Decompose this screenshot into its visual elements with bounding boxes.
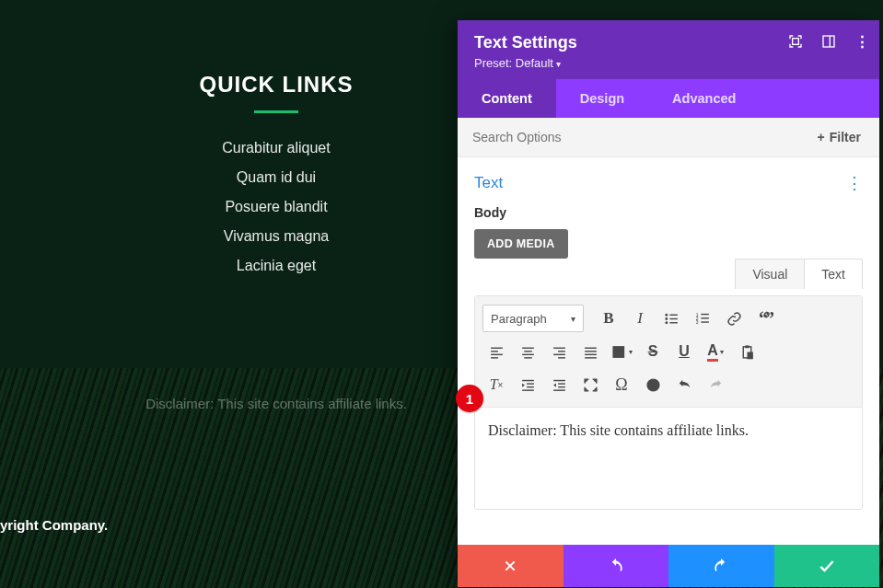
editor-mode-tabs: Visual Text bbox=[474, 259, 863, 289]
svg-point-48 bbox=[650, 383, 651, 384]
kebab-menu-icon[interactable]: ⋮ bbox=[854, 33, 870, 50]
indent-icon[interactable] bbox=[545, 371, 573, 398]
chevron-down-icon: ▾ bbox=[556, 59, 561, 69]
svg-point-7 bbox=[665, 321, 668, 324]
settings-panel: Text Settings Preset: Default▾ ⋮ Content… bbox=[458, 20, 879, 587]
bold-icon[interactable]: B bbox=[595, 305, 622, 332]
svg-rect-29 bbox=[585, 353, 597, 354]
svg-rect-1 bbox=[823, 36, 834, 47]
clear-formatting-icon[interactable]: T× bbox=[482, 371, 510, 398]
panel-header: Text Settings Preset: Default▾ ⋮ bbox=[458, 20, 879, 79]
body-label: Body bbox=[474, 205, 863, 220]
strikethrough-icon[interactable]: S bbox=[639, 338, 667, 365]
align-justify-icon[interactable] bbox=[576, 338, 604, 365]
svg-point-47 bbox=[647, 379, 659, 391]
heading-underline bbox=[254, 110, 298, 113]
editor-content[interactable]: Disclaimer: This site contains affiliate… bbox=[475, 408, 862, 509]
align-right-icon[interactable] bbox=[545, 338, 573, 365]
callout-badge-1: 1 bbox=[456, 385, 483, 412]
svg-text:3: 3 bbox=[695, 320, 698, 325]
svg-rect-8 bbox=[669, 322, 678, 323]
svg-rect-10 bbox=[701, 313, 709, 314]
underline-icon[interactable]: U bbox=[670, 338, 698, 365]
svg-rect-0 bbox=[793, 39, 799, 45]
svg-rect-24 bbox=[558, 351, 565, 352]
svg-rect-38 bbox=[527, 383, 534, 384]
svg-rect-14 bbox=[701, 321, 709, 322]
format-select[interactable]: Paragraph ▾ bbox=[482, 305, 584, 332]
svg-rect-12 bbox=[701, 317, 709, 318]
svg-point-49 bbox=[654, 383, 655, 384]
redo-icon[interactable] bbox=[702, 371, 729, 398]
text-color-icon[interactable]: A▾ bbox=[702, 338, 729, 365]
add-media-button[interactable]: ADD MEDIA bbox=[474, 229, 568, 259]
bullet-list-icon[interactable] bbox=[657, 305, 685, 332]
link-icon[interactable] bbox=[720, 305, 748, 332]
svg-marker-41 bbox=[522, 383, 525, 386]
panel-body: Text ⋮ Body ADD MEDIA Visual Text Paragr… bbox=[458, 157, 879, 545]
svg-rect-37 bbox=[522, 379, 534, 380]
svg-rect-43 bbox=[558, 383, 565, 384]
svg-rect-28 bbox=[585, 351, 597, 352]
svg-rect-42 bbox=[553, 379, 565, 380]
panel-tabs: Content Design Advanced bbox=[458, 79, 879, 118]
svg-point-5 bbox=[665, 317, 668, 320]
svg-rect-26 bbox=[558, 357, 565, 358]
svg-rect-21 bbox=[522, 353, 534, 354]
panel-header-actions: ⋮ bbox=[787, 33, 870, 50]
discard-button[interactable] bbox=[458, 545, 563, 587]
svg-marker-46 bbox=[553, 383, 556, 386]
preset-dropdown[interactable]: Preset: Default▾ bbox=[474, 56, 863, 70]
svg-rect-40 bbox=[522, 389, 534, 390]
panel-action-bar bbox=[458, 545, 879, 587]
filter-button[interactable]: + Filter bbox=[810, 124, 868, 150]
outdent-icon[interactable] bbox=[514, 371, 541, 398]
svg-rect-6 bbox=[669, 317, 678, 318]
paste-icon[interactable] bbox=[733, 338, 761, 365]
tab-advanced[interactable]: Advanced bbox=[648, 79, 760, 118]
svg-rect-30 bbox=[585, 357, 597, 358]
svg-rect-25 bbox=[553, 353, 565, 354]
fullscreen-icon[interactable] bbox=[576, 371, 604, 398]
align-center-icon[interactable] bbox=[514, 338, 541, 365]
align-left-icon[interactable] bbox=[482, 338, 510, 365]
svg-rect-36 bbox=[747, 352, 752, 359]
svg-rect-23 bbox=[553, 347, 565, 348]
snap-icon[interactable] bbox=[820, 33, 837, 50]
italic-icon[interactable]: I bbox=[626, 305, 654, 332]
tab-design[interactable]: Design bbox=[556, 79, 648, 118]
search-input[interactable] bbox=[469, 118, 810, 156]
format-select-value: Paragraph bbox=[491, 312, 547, 326]
editor-tab-text[interactable]: Text bbox=[805, 259, 863, 289]
numbered-list-icon[interactable]: 123 bbox=[689, 305, 716, 332]
section-title-text: Text bbox=[474, 174, 503, 192]
svg-rect-19 bbox=[522, 347, 534, 348]
svg-rect-27 bbox=[585, 347, 597, 348]
svg-rect-17 bbox=[491, 353, 503, 354]
special-char-icon[interactable]: Ω bbox=[608, 371, 635, 398]
svg-rect-44 bbox=[558, 386, 565, 386]
tab-content[interactable]: Content bbox=[458, 79, 556, 118]
redo-button[interactable] bbox=[668, 545, 774, 587]
svg-rect-18 bbox=[491, 357, 498, 358]
undo-button[interactable] bbox=[563, 545, 669, 587]
filter-label: Filter bbox=[830, 130, 861, 144]
emoji-icon[interactable] bbox=[639, 371, 667, 398]
section-header-link[interactable]: Link ⋮ bbox=[474, 528, 863, 545]
expand-icon[interactable] bbox=[787, 33, 804, 50]
chevron-down-icon: ▾ bbox=[571, 314, 575, 324]
editor-tab-visual[interactable]: Visual bbox=[735, 259, 805, 289]
svg-rect-16 bbox=[491, 351, 498, 352]
svg-rect-15 bbox=[491, 347, 503, 348]
rich-text-editor: Paragraph ▾ B I 123 “” ▾ S bbox=[474, 295, 863, 510]
copyright-text: yright Company. bbox=[0, 517, 460, 533]
svg-rect-45 bbox=[553, 389, 565, 390]
svg-rect-4 bbox=[669, 314, 678, 315]
section-menu-icon[interactable]: ⋮ bbox=[846, 175, 863, 191]
section-header-text[interactable]: Text ⋮ bbox=[474, 157, 863, 200]
save-button[interactable] bbox=[774, 545, 880, 587]
table-icon[interactable]: ▾ bbox=[608, 338, 635, 365]
blockquote-icon[interactable]: “” bbox=[751, 305, 779, 332]
svg-point-3 bbox=[665, 313, 668, 316]
undo-icon[interactable] bbox=[670, 371, 698, 398]
